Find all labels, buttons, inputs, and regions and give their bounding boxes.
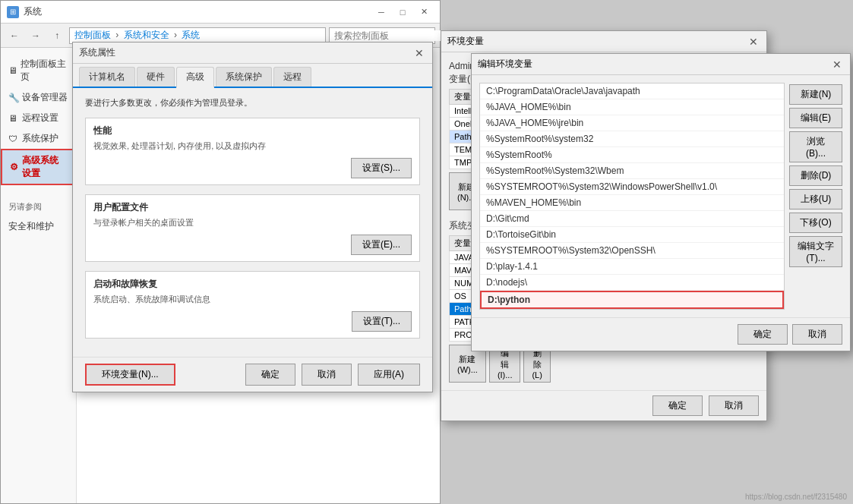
list-item[interactable]: %SYSTEMROOT%\System32\OpenSSH\ <box>480 243 784 259</box>
explorer-icon: ⊞ <box>7 6 19 18</box>
edit-new-button[interactable]: 新建(N) <box>789 84 842 105</box>
edit-path-list[interactable]: C:\ProgramData\Oracle\Java\javapath %JAV… <box>479 83 785 310</box>
dialog-tabs: 计算机名 硬件 高级 系统保护 远程 <box>73 64 432 88</box>
sidebar-item-security[interactable]: 安全和维护 <box>1 216 76 237</box>
edit-browse-button[interactable]: 浏览(B)... <box>789 131 842 162</box>
search-input[interactable] <box>334 30 448 41</box>
list-item[interactable]: C:\ProgramData\Oracle\Java\javapath <box>480 83 784 99</box>
list-item[interactable]: %SystemRoot% <box>480 147 784 163</box>
explorer-title: 系统 <box>24 5 42 18</box>
list-item[interactable]: %SystemRoot%\System32\Wbem <box>480 163 784 179</box>
performance-desc: 视觉效果, 处理器计划, 内存使用, 以及虚拟内存 <box>93 140 412 152</box>
list-item[interactable]: D:\Git\cmd <box>480 211 784 227</box>
dialog-close-button[interactable]: ✕ <box>412 46 426 60</box>
startup-settings-button[interactable]: 设置(T)... <box>352 311 412 332</box>
other-section-label: 另请参阅 <box>1 197 76 216</box>
maximize-button[interactable]: □ <box>393 5 412 20</box>
edit-dialog-title: 编辑环境变量 <box>478 58 532 71</box>
performance-section: 性能 视觉效果, 处理器计划, 内存使用, 以及虚拟内存 设置(S)... <box>85 118 420 185</box>
forward-button[interactable]: → <box>27 27 45 45</box>
tab-hardware[interactable]: 硬件 <box>137 67 175 87</box>
edit-body: C:\ProgramData\Oracle\Java\javapath %JAV… <box>472 75 850 317</box>
up-button[interactable]: ↑ <box>48 27 66 45</box>
sidebar-item-device-manager[interactable]: 🔧 设备管理器 <box>1 87 76 108</box>
list-item[interactable]: D:\TortoiseGit\bin <box>480 227 784 243</box>
edit-down-button[interactable]: 下移(O) <box>789 213 842 233</box>
env-variables-button[interactable]: 环境变量(N)... <box>85 364 175 386</box>
env-close-button[interactable]: ✕ <box>747 35 760 49</box>
list-item[interactable]: %JAVA_HOME%\bin <box>480 99 784 115</box>
cancel-button[interactable]: 取消 <box>302 364 352 386</box>
list-item[interactable]: %SYSTEMROOT%\System32\WindowsPowerShell\… <box>480 179 784 195</box>
performance-settings-button[interactable]: 设置(S)... <box>351 158 412 178</box>
back-button[interactable]: ← <box>5 27 24 45</box>
advanced-icon: ⚙ <box>10 162 19 172</box>
edit-footer: 确定 取消 <box>472 317 850 351</box>
user-profiles-settings-button[interactable]: 设置(E)... <box>351 235 412 255</box>
watermark: https://blog.csdn.net/f2315480 <box>745 493 847 501</box>
sidebar: 🖥 控制面板主页 🔧 设备管理器 🖥 远程设置 🛡 系统保护 ⚙ 高级系统设置 … <box>1 48 77 503</box>
edit-edit-button[interactable]: 编辑(E) <box>789 108 842 128</box>
sidebar-item-remote-settings[interactable]: 🖥 远程设置 <box>1 108 76 128</box>
dialog-title: 系统属性 <box>79 46 115 59</box>
list-item-selected[interactable]: D:\python <box>480 291 784 309</box>
system-properties-dialog: 系统属性 ✕ 计算机名 硬件 高级 系统保护 远程 要进行大多数更改，你必须作为… <box>72 42 433 392</box>
tab-advanced[interactable]: 高级 <box>176 67 214 88</box>
list-item[interactable]: D:\play-1.4.1 <box>480 259 784 275</box>
edit-delete-button[interactable]: 删除(D) <box>789 165 842 186</box>
tab-computer-name[interactable]: 计算机名 <box>79 67 135 87</box>
list-item[interactable]: D:\nodejs\ <box>480 275 784 291</box>
close-button[interactable]: ✕ <box>414 5 434 20</box>
edit-title-bar: 编辑环境变量 ✕ <box>472 54 850 75</box>
dialog-title-bar: 系统属性 ✕ <box>73 43 432 64</box>
env-ok-button[interactable]: 确定 <box>652 395 703 416</box>
sidebar-item-system-protection[interactable]: 🛡 系统保护 <box>1 128 76 149</box>
apply-button[interactable]: 应用(A) <box>358 364 420 386</box>
env-title-bar: 环境变量 ✕ <box>441 31 766 52</box>
edit-actions: 新建(N) 编辑(E) 浏览(B)... 删除(D) 上移(U) 下移(O) 编… <box>789 83 842 310</box>
env-footer: 确定 取消 <box>441 390 766 421</box>
user-profiles-section: 用户配置文件 与登录帐户相关的桌面设置 设置(E)... <box>85 194 420 262</box>
edit-close-button[interactable]: ✕ <box>830 58 844 71</box>
minimize-button[interactable]: ─ <box>371 5 391 20</box>
list-item[interactable]: %MAVEN_HOME%\bin <box>480 195 784 211</box>
ok-button[interactable]: 确定 <box>245 364 295 386</box>
startup-title: 启动和故障恢复 <box>93 278 412 291</box>
sidebar-item-control-panel[interactable]: 🖥 控制面板主页 <box>1 54 76 87</box>
list-item[interactable]: %SystemRoot%\system32 <box>480 131 784 147</box>
startup-section: 启动和故障恢复 系统启动、系统故障和调试信息 设置(T)... <box>85 271 420 339</box>
edit-ok-button[interactable]: 确定 <box>738 324 788 345</box>
control-panel-icon: 🖥 <box>8 65 17 76</box>
tab-system-protection[interactable]: 系统保护 <box>216 67 272 87</box>
dialog-footer: 环境变量(N)... 确定 取消 应用(A) <box>73 357 432 392</box>
remote-icon: 🖥 <box>8 113 19 124</box>
env-title: 环境变量 <box>447 35 484 48</box>
edit-env-dialog: 编辑环境变量 ✕ C:\ProgramData\Oracle\Java\java… <box>471 53 851 351</box>
system-protection-icon: 🛡 <box>8 134 19 144</box>
list-item[interactable]: %JAVA_HOME%\jre\bin <box>480 115 784 131</box>
tab-remote[interactable]: 远程 <box>273 67 311 87</box>
env-cancel-button[interactable]: 取消 <box>709 395 759 416</box>
startup-desc: 系统启动、系统故障和调试信息 <box>93 294 412 305</box>
edit-text-button[interactable]: 编辑文字(T)... <box>789 236 842 267</box>
breadcrumb: 控制面板 › 系统和安全 › 系统 <box>74 29 200 42</box>
dialog-body: 要进行大多数更改，你必须作为管理员登录。 性能 视觉效果, 处理器计划, 内存使… <box>73 88 432 357</box>
user-profiles-title: 用户配置文件 <box>93 201 412 214</box>
performance-title: 性能 <box>93 124 412 137</box>
explorer-title-bar: ⊞ 系统 ─ □ ✕ <box>1 1 440 24</box>
edit-cancel-button[interactable]: 取消 <box>792 324 842 345</box>
user-profiles-desc: 与登录帐户相关的桌面设置 <box>93 217 412 228</box>
admin-warning: 要进行大多数更改，你必须作为管理员登录。 <box>85 97 420 109</box>
device-manager-icon: 🔧 <box>8 93 19 103</box>
edit-up-button[interactable]: 上移(U) <box>789 189 842 209</box>
window-controls: ─ □ ✕ <box>371 5 434 20</box>
sidebar-item-advanced-settings[interactable]: ⚙ 高级系统设置 <box>1 149 76 185</box>
